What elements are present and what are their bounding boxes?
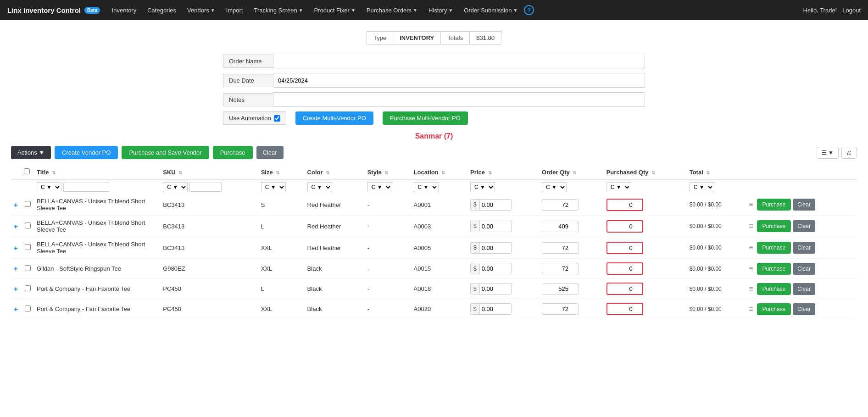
table-row: + BELLA+CANVAS - Unisex Triblend Short S… bbox=[11, 194, 857, 216]
row-purchase-button-0[interactable]: Purchase bbox=[757, 199, 791, 211]
row-expand-0[interactable]: + bbox=[11, 194, 21, 216]
row-menu-icon-5[interactable]: ≡ bbox=[747, 305, 755, 313]
row-purchased-qty-input-4[interactable] bbox=[606, 283, 643, 295]
row-purchased-qty-input-2[interactable] bbox=[606, 242, 643, 254]
use-automation-checkbox[interactable] bbox=[274, 115, 280, 122]
col-order-qty: Order Qty ⇅ bbox=[539, 165, 604, 180]
row-checkbox-2[interactable] bbox=[25, 244, 31, 250]
row-price-cell-0: $ bbox=[467, 194, 539, 216]
nav-history[interactable]: History ▼ bbox=[424, 5, 457, 16]
row-menu-icon-0[interactable]: ≡ bbox=[747, 200, 755, 209]
row-checkbox-0[interactable] bbox=[25, 201, 31, 207]
style-filter-select[interactable]: C ▼ bbox=[367, 182, 392, 192]
nav-tracking[interactable]: Tracking Screen ▼ bbox=[250, 5, 308, 16]
notes-input[interactable] bbox=[273, 92, 645, 107]
row-expand-2[interactable]: + bbox=[11, 237, 21, 259]
row-total-3: $0.00 / $0.00 bbox=[687, 259, 744, 279]
total-filter-select[interactable]: C ▼ bbox=[690, 182, 714, 192]
nav-purchase-orders[interactable]: Purchase Orders ▼ bbox=[362, 5, 422, 16]
row-purchase-button-4[interactable]: Purchase bbox=[757, 283, 791, 295]
row-price-dollar-0: $ bbox=[471, 200, 480, 210]
row-purchase-button-1[interactable]: Purchase bbox=[757, 220, 791, 232]
view-toggle-button[interactable]: ☰ ▼ bbox=[817, 147, 839, 159]
row-price-input-4[interactable] bbox=[480, 284, 502, 294]
row-location-3: A0015 bbox=[411, 259, 468, 279]
row-price-input-2[interactable] bbox=[480, 243, 502, 253]
row-purchased-qty-input-5[interactable] bbox=[606, 303, 643, 315]
row-total-0: $0.00 / $0.00 bbox=[687, 194, 744, 216]
order-qty-sort-icon: ⇅ bbox=[573, 170, 576, 175]
row-order-qty-input-0[interactable] bbox=[542, 199, 579, 211]
row-order-qty-input-2[interactable] bbox=[542, 242, 579, 254]
totals-value: $31.80 bbox=[470, 31, 501, 44]
nav-categories[interactable]: Categories bbox=[143, 5, 181, 16]
row-checkbox-3[interactable] bbox=[25, 265, 31, 271]
row-order-qty-cell-3 bbox=[539, 259, 604, 279]
row-expand-1[interactable]: + bbox=[11, 216, 21, 237]
title-filter-select[interactable]: C ▼ bbox=[37, 182, 61, 192]
row-clear-button-5[interactable]: Clear bbox=[793, 303, 815, 315]
row-menu-icon-1[interactable]: ≡ bbox=[747, 222, 755, 230]
row-checkbox-1[interactable] bbox=[25, 222, 31, 228]
row-price-input-1[interactable] bbox=[480, 221, 502, 232]
row-purchase-button-3[interactable]: Purchase bbox=[757, 263, 791, 275]
row-expand-3[interactable]: + bbox=[11, 259, 21, 279]
purchased-qty-filter-select[interactable]: C ▼ bbox=[606, 182, 631, 192]
logout-link[interactable]: Logout bbox=[842, 7, 861, 14]
create-multi-vendor-po-button[interactable]: Create Multi-Vendor PO bbox=[295, 111, 373, 125]
row-purchased-qty-input-1[interactable] bbox=[606, 220, 643, 233]
clear-button-main[interactable]: Clear bbox=[256, 146, 284, 159]
row-clear-button-0[interactable]: Clear bbox=[793, 199, 815, 211]
order-name-input[interactable] bbox=[273, 54, 645, 68]
due-date-input[interactable] bbox=[273, 73, 645, 88]
row-purchase-button-2[interactable]: Purchase bbox=[757, 242, 791, 254]
row-order-qty-input-1[interactable] bbox=[542, 221, 579, 232]
row-title-1: BELLA+CANVAS - Unisex Triblend Short Sle… bbox=[34, 216, 160, 237]
order-qty-filter-select[interactable]: C ▼ bbox=[542, 182, 567, 192]
row-clear-button-1[interactable]: Clear bbox=[793, 220, 815, 232]
row-menu-icon-4[interactable]: ≡ bbox=[747, 285, 755, 293]
print-button[interactable]: 🖨 bbox=[841, 147, 857, 159]
row-purchased-qty-input-3[interactable] bbox=[606, 262, 643, 275]
size-filter-select[interactable]: C ▼ bbox=[261, 182, 286, 192]
filter-check-cell bbox=[21, 180, 34, 194]
row-expand-5[interactable]: + bbox=[11, 299, 21, 319]
help-icon[interactable]: ? bbox=[524, 5, 534, 15]
sku-filter-input[interactable] bbox=[189, 183, 222, 192]
nav-order-submission[interactable]: Order Submission ▼ bbox=[459, 5, 522, 16]
sku-filter-select[interactable]: C ▼ bbox=[163, 182, 188, 192]
row-expand-4[interactable]: + bbox=[11, 279, 21, 299]
row-purchased-qty-input-0[interactable] bbox=[606, 199, 643, 211]
row-price-input-5[interactable] bbox=[480, 304, 502, 314]
create-vendor-po-button[interactable]: Create Vendor PO bbox=[55, 146, 118, 159]
row-checkbox-4[interactable] bbox=[25, 285, 31, 291]
purchase-multi-vendor-po-button[interactable]: Purchase Multi-Vendor PO bbox=[383, 111, 468, 125]
row-clear-button-2[interactable]: Clear bbox=[793, 242, 815, 254]
row-order-qty-input-5[interactable] bbox=[542, 303, 579, 315]
purchase-button-main[interactable]: Purchase bbox=[213, 146, 253, 159]
color-filter-select[interactable]: C ▼ bbox=[307, 182, 332, 192]
row-order-qty-input-3[interactable] bbox=[542, 263, 579, 274]
row-menu-icon-3[interactable]: ≡ bbox=[747, 265, 755, 273]
select-all-checkbox[interactable] bbox=[24, 168, 30, 174]
nav-inventory[interactable]: Inventory bbox=[107, 5, 141, 16]
actions-button[interactable]: Actions ▼ bbox=[11, 146, 51, 159]
row-price-input-3[interactable] bbox=[480, 263, 502, 274]
purchase-save-vendor-button[interactable]: Purchase and Save Vendor bbox=[122, 146, 209, 159]
price-filter-select[interactable]: C ▼ bbox=[470, 182, 495, 192]
filter-style-cell: C ▼ bbox=[365, 180, 411, 194]
row-checkbox-5[interactable] bbox=[25, 306, 31, 311]
row-menu-icon-2[interactable]: ≡ bbox=[747, 244, 755, 252]
row-clear-button-3[interactable]: Clear bbox=[793, 263, 815, 275]
row-order-qty-input-4[interactable] bbox=[542, 283, 579, 295]
nav-product-fixer[interactable]: Product Fixer ▼ bbox=[310, 5, 360, 16]
due-date-row: Due Date bbox=[223, 73, 645, 88]
location-sort-icon: ⇅ bbox=[441, 170, 445, 175]
title-filter-input[interactable] bbox=[63, 183, 109, 192]
row-clear-button-4[interactable]: Clear bbox=[793, 283, 815, 295]
nav-vendors[interactable]: Vendors ▼ bbox=[183, 5, 220, 16]
row-purchase-button-5[interactable]: Purchase bbox=[757, 303, 791, 315]
nav-import[interactable]: Import bbox=[222, 5, 248, 16]
row-price-input-0[interactable] bbox=[480, 200, 502, 210]
location-filter-select[interactable]: C ▼ bbox=[414, 182, 439, 192]
